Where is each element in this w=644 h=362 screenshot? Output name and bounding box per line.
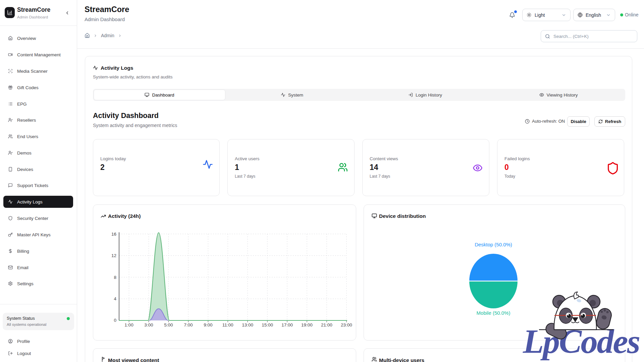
svg-text:17:00: 17:00 <box>281 322 293 327</box>
svg-text:23:00: 23:00 <box>341 322 352 327</box>
svg-text:16: 16 <box>111 232 116 237</box>
svg-text:11:00: 11:00 <box>222 322 233 327</box>
svg-text:9:00: 9:00 <box>204 322 212 327</box>
svg-text:4: 4 <box>114 296 116 301</box>
svg-text:1:00: 1:00 <box>124 322 133 327</box>
svg-text:7:00: 7:00 <box>184 322 193 327</box>
svg-text:15:00: 15:00 <box>262 322 273 327</box>
svg-text:5:00: 5:00 <box>164 322 173 327</box>
svg-text:12: 12 <box>111 253 116 258</box>
svg-text:13:00: 13:00 <box>242 322 253 327</box>
svg-text:8: 8 <box>114 275 116 280</box>
svg-text:19:00: 19:00 <box>301 322 313 327</box>
svg-text:3:00: 3:00 <box>144 322 153 327</box>
svg-text:0: 0 <box>114 318 116 323</box>
svg-text:21:00: 21:00 <box>321 322 332 327</box>
